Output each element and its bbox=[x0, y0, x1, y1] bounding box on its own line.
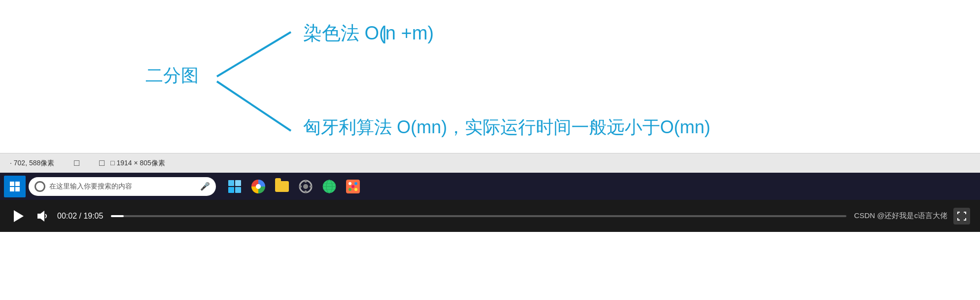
taskbar: 在这里输入你要搜索的内容 🎤 bbox=[0, 173, 980, 200]
dimensions-text: □ 1914 × 805像素 bbox=[110, 159, 165, 168]
windows-start-button[interactable] bbox=[4, 176, 26, 197]
progress-fill bbox=[111, 215, 123, 217]
search-placeholder: 在这里输入你要搜索的内容 bbox=[49, 182, 196, 191]
coloring-label: 染色法 O(n +m) bbox=[303, 23, 434, 43]
search-circle-icon bbox=[35, 181, 45, 192]
play-icon bbox=[14, 210, 24, 222]
coordinates: · 702, 588像素 bbox=[10, 159, 54, 168]
earth-icon bbox=[322, 180, 336, 193]
volume-button[interactable] bbox=[35, 209, 49, 223]
media-right-controls: CSDN @还好我是c语言大佬 bbox=[854, 208, 970, 225]
svg-point-16 bbox=[349, 182, 351, 185]
taskbar-app-folder[interactable] bbox=[271, 176, 293, 197]
svg-marker-21 bbox=[37, 211, 44, 222]
taskbar-app-network[interactable] bbox=[318, 176, 340, 197]
svg-point-18 bbox=[349, 188, 351, 191]
paint-icon bbox=[346, 180, 360, 193]
taskbar-app-settings[interactable] bbox=[295, 176, 316, 197]
windows-icon bbox=[10, 182, 20, 191]
play-button[interactable] bbox=[10, 207, 28, 225]
main-content: 二分图 染色法 O(n +m) | 匈牙利算法 O(mn)，实际运行时间一般远小… bbox=[0, 0, 980, 153]
taskbar-apps bbox=[224, 176, 364, 197]
bipartite-label: 二分图 bbox=[145, 65, 199, 85]
search-bar[interactable]: 在这里输入你要搜索的内容 🎤 bbox=[29, 177, 216, 196]
status-bar: · 702, 588像素 □ □ □ 1914 × 805像素 bbox=[0, 153, 980, 173]
svg-rect-6 bbox=[305, 180, 307, 183]
coord-text: · 702, 588像素 bbox=[10, 159, 54, 168]
svg-point-5 bbox=[303, 184, 308, 189]
microphone-icon[interactable]: 🎤 bbox=[200, 182, 210, 191]
svg-rect-7 bbox=[305, 190, 307, 193]
chrome-icon bbox=[251, 180, 265, 193]
svg-point-19 bbox=[354, 188, 357, 191]
diagram-svg: 二分图 染色法 O(n +m) | 匈牙利算法 O(mn)，实际运行时间一般远小… bbox=[0, 0, 980, 153]
svg-rect-8 bbox=[299, 186, 302, 188]
fullscreen-button[interactable] bbox=[953, 208, 970, 225]
selection-tool: □ bbox=[74, 158, 79, 168]
dimensions: □ □ 1914 × 805像素 bbox=[99, 158, 165, 168]
svg-point-17 bbox=[354, 182, 357, 185]
svg-text:|: | bbox=[382, 23, 387, 43]
grid-icon bbox=[228, 180, 241, 193]
settings-icon bbox=[299, 180, 313, 193]
svg-point-20 bbox=[351, 185, 354, 188]
csdn-watermark: CSDN @还好我是c语言大佬 bbox=[854, 211, 947, 221]
taskbar-app-grid[interactable] bbox=[224, 176, 245, 197]
folder-icon bbox=[275, 181, 289, 192]
fullscreen-icon bbox=[957, 212, 966, 221]
taskbar-app-chrome[interactable] bbox=[247, 176, 269, 197]
taskbar-app-paint[interactable] bbox=[342, 176, 364, 197]
volume-icon bbox=[35, 209, 49, 223]
svg-rect-9 bbox=[310, 186, 312, 188]
media-player-bar: 00:02 / 19:05 CSDN @还好我是c语言大佬 bbox=[0, 200, 980, 232]
time-display: 00:02 / 19:05 bbox=[57, 212, 103, 221]
progress-bar[interactable] bbox=[111, 215, 846, 217]
hungarian-label: 匈牙利算法 O(mn)，实际运行时间一般远小于O(mn) bbox=[303, 117, 710, 137]
